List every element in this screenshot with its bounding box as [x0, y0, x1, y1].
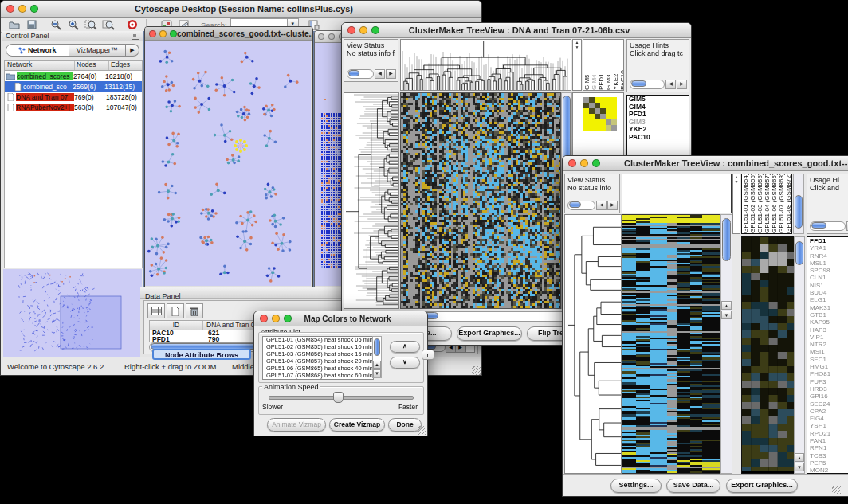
scrollbar-track[interactable] — [347, 69, 374, 79]
close-icon[interactable] — [6, 5, 14, 13]
minimize-icon[interactable] — [328, 33, 335, 40]
minimize-icon[interactable] — [18, 5, 26, 13]
close-icon[interactable] — [318, 33, 324, 40]
scroll-right-arrow[interactable]: ▶ — [677, 80, 687, 89]
maximize-icon[interactable] — [284, 315, 292, 322]
open-session-button[interactable] — [6, 18, 23, 32]
save-session-button[interactable] — [23, 18, 41, 32]
tab-node-attribute-browser[interactable]: Node Attribute Brows — [152, 349, 251, 360]
listbox-vscrollbar[interactable]: ▲ ▼ — [372, 336, 382, 378]
usage-hints-scrollbar[interactable]: ◀ — [810, 221, 848, 231]
scroll-left-arrow[interactable]: ◀ — [665, 80, 676, 89]
resize-grip[interactable] — [832, 486, 841, 494]
scroll-down-icon[interactable]: ▼ — [573, 45, 581, 49]
float-panel-icon[interactable] — [132, 33, 139, 40]
column-dendrogram[interactable] — [401, 40, 571, 90]
scroll-left-arrow[interactable]: ◀ — [375, 69, 385, 79]
scroll-up-arrow[interactable]: ▲ — [795, 453, 804, 462]
close-icon[interactable] — [568, 159, 576, 167]
move-up-button[interactable]: ∧ — [390, 341, 420, 353]
settings-button[interactable]: Settings... — [610, 479, 662, 493]
col-header-nodes[interactable]: Nodes — [75, 61, 109, 70]
minimize-icon[interactable] — [359, 26, 367, 34]
col-header-network[interactable]: Network — [5, 61, 75, 70]
resize-grip[interactable] — [472, 366, 481, 375]
minimize-icon[interactable] — [272, 315, 280, 322]
close-icon[interactable] — [260, 315, 268, 322]
scroll-down-arrow[interactable]: ▼ — [795, 463, 804, 471]
scroll-down-arrow[interactable]: ▼ — [721, 311, 732, 319]
labels-vscrollbar[interactable] — [793, 174, 804, 234]
attribute-listbox[interactable]: GPL51-01 (GSM854) heat shock 05 minGPL51… — [262, 336, 374, 380]
main-titlebar[interactable]: Cytoscape Desktop (Session Name: collins… — [1, 1, 481, 18]
scroll-right-arrow[interactable]: ▶ — [386, 69, 396, 79]
dialog-titlebar[interactable]: Map Colors to Network — [254, 311, 427, 326]
scroll-up-arrow[interactable]: ▲ — [721, 301, 732, 310]
save-data-button[interactable]: Save Data... — [666, 479, 720, 493]
treeview2-titlebar[interactable]: ClusterMaker TreeView : combined_scores_… — [563, 156, 848, 171]
scroll-right-arrow[interactable]: ▶ — [607, 201, 618, 210]
scrollbar-thumb[interactable] — [569, 201, 581, 208]
zoom-fit-button[interactable] — [100, 18, 117, 32]
scrollbar-thumb[interactable] — [722, 218, 731, 261]
scroll-left-arrow[interactable]: ◀ — [596, 201, 607, 210]
resize-grip[interactable] — [418, 426, 426, 435]
scrollbar-track[interactable] — [630, 80, 665, 89]
minimize-icon[interactable] — [580, 159, 588, 167]
network-table-row[interactable]: combined_scores_ 2764(0) 16218(0) — [5, 71, 142, 81]
zoom-out-button[interactable] — [47, 18, 65, 32]
new-attribute-button[interactable] — [167, 303, 184, 318]
scrollbar-track[interactable] — [810, 221, 846, 231]
scrollbar-thumb[interactable] — [795, 241, 803, 265]
view-status-scrollbar[interactable]: ◀ ▶ — [567, 201, 618, 210]
export-graphics-button[interactable]: Export Graphics... — [457, 326, 522, 341]
zoom-vscrollbar[interactable]: ▲ ▼ — [794, 236, 805, 474]
tab-overflow-arrow[interactable]: ▶ — [126, 44, 139, 57]
row-dendrogram[interactable] — [565, 215, 621, 473]
birds-eye-view[interactable] — [3, 269, 142, 357]
scroll-up-arrow[interactable]: ▲ — [373, 361, 381, 369]
view-status-scrollbar[interactable]: ◀ ▶ — [347, 69, 396, 79]
network-table-row-selected[interactable]: combined_sco 2569(6) 13112(15) — [5, 81, 142, 92]
scrollbar-thumb[interactable] — [795, 195, 803, 229]
help-button[interactable] — [124, 18, 141, 32]
scrollbar-track[interactable] — [567, 201, 595, 210]
scrollbar-thumb[interactable] — [374, 338, 380, 356]
attribute-list-item[interactable]: GPL51-07 (GSM868) heat shock 60 min — [265, 373, 373, 380]
attribute-select-button[interactable] — [147, 303, 165, 318]
correlation-matrix[interactable] — [583, 96, 619, 133]
heatmap-canvas[interactable] — [622, 215, 720, 473]
maximize-icon[interactable] — [30, 5, 38, 13]
column-dendrogram-box[interactable] — [622, 174, 732, 213]
create-vizmap-button[interactable]: Create Vizmap — [329, 418, 385, 432]
move-down-button[interactable]: ∨ — [390, 357, 420, 369]
row-dendrogram[interactable] — [344, 93, 398, 308]
col-header-edges[interactable]: Edges — [109, 61, 142, 70]
tab-fragment[interactable]: r — [422, 350, 434, 360]
heatmap-canvas[interactable] — [401, 93, 560, 308]
network-canvas-1[interactable] — [145, 41, 311, 286]
scroll-down-arrow[interactable]: ▼ — [373, 369, 381, 377]
slider-thumb[interactable] — [333, 392, 344, 403]
network-view-window-1[interactable]: combined_scores_good.txt--cluste... — [144, 26, 313, 287]
close-icon[interactable] — [347, 26, 355, 34]
animate-vizmap-button[interactable]: Animate Vizmap — [267, 418, 326, 432]
scrollbar-thumb[interactable] — [348, 70, 359, 76]
maximize-icon[interactable] — [592, 159, 600, 167]
scrollbar-thumb[interactable] — [631, 80, 646, 87]
zoom-selected-button[interactable] — [82, 18, 100, 32]
network-table-row[interactable]: DNA and Tran 07 769(0) 183728(0) — [5, 92, 142, 102]
close-icon[interactable] — [149, 30, 156, 37]
usage-hints-scrollbar[interactable]: ◀ ▶ — [630, 80, 687, 89]
delete-attribute-button[interactable] — [186, 303, 203, 318]
done-button[interactable]: Done — [388, 418, 422, 432]
network-table-row[interactable]: RNAPuberNov2+| 563(0) 107847(0) — [5, 102, 142, 112]
export-graphics-button[interactable]: Export Graphics... — [726, 479, 798, 493]
zoom-in-button[interactable] — [65, 18, 82, 32]
tab-vizmapper[interactable]: VizMapper™ — [69, 44, 126, 57]
maximize-icon[interactable] — [170, 30, 177, 37]
tab-network[interactable]: Network — [6, 44, 69, 57]
treeview1-titlebar[interactable]: ClusterMaker TreeView : DNA and Tran 07-… — [342, 23, 691, 38]
heatmap-vscrollbar[interactable]: ▲ ▼ — [720, 214, 732, 474]
scrollbar-thumb[interactable] — [811, 222, 826, 229]
